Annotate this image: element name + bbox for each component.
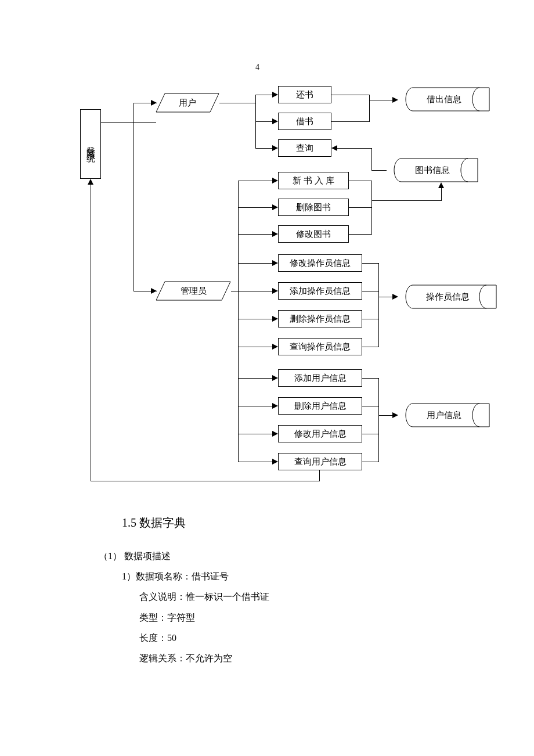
logic: 逻辑关系：不允许为空 xyxy=(139,648,488,668)
delete-op-box: 删除操作员信息 xyxy=(278,310,362,327)
operator-info-store: 操作员信息 xyxy=(398,285,497,309)
modify-op-label: 修改操作员信息 xyxy=(290,258,351,269)
book-info-store: 图书信息 xyxy=(387,158,478,182)
login-system-box: 登陆系统 xyxy=(80,109,101,179)
item1-title: 1）数据项名称：借书证号 xyxy=(122,566,488,586)
lend-info-label: 借出信息 xyxy=(398,87,490,111)
operator-info-label: 操作员信息 xyxy=(398,285,497,309)
return-book-box: 还书 xyxy=(278,86,331,103)
login-system-label: 登陆系统 xyxy=(85,139,96,149)
meaning: 含义说明：惟一标识一个借书证 xyxy=(139,586,488,607)
return-book-label: 还书 xyxy=(296,89,313,100)
query-label: 查询 xyxy=(296,143,313,154)
section-title: 1.5 数据字典 xyxy=(122,510,488,535)
query-op-label: 查询操作员信息 xyxy=(290,341,351,352)
new-book-label: 新 书 入 库 xyxy=(293,175,334,186)
add-op-label: 添加操作员信息 xyxy=(290,286,351,297)
add-user-box: 添加用户信息 xyxy=(278,369,362,387)
delete-user-label: 删除用户信息 xyxy=(294,401,347,412)
query-user-label: 查询用户信息 xyxy=(294,456,347,467)
modify-book-box: 修改图书 xyxy=(278,225,349,243)
book-info-label: 图书信息 xyxy=(387,158,478,182)
borrow-book-label: 借书 xyxy=(296,116,313,127)
user-parallelogram: 用户 xyxy=(156,93,219,113)
user-label: 用户 xyxy=(156,93,219,113)
delete-user-box: 删除用户信息 xyxy=(278,397,362,415)
admin-label: 管理员 xyxy=(156,281,231,301)
user-info-label: 用户信息 xyxy=(398,403,490,427)
delete-op-label: 删除操作员信息 xyxy=(290,314,351,325)
modify-user-box: 修改用户信息 xyxy=(278,425,362,442)
admin-parallelogram: 管理员 xyxy=(156,281,231,301)
length: 长度：50 xyxy=(139,628,488,648)
new-book-box: 新 书 入 库 xyxy=(278,172,349,189)
type: 类型：字符型 xyxy=(139,607,488,628)
lend-info-store: 借出信息 xyxy=(398,87,490,111)
delete-book-label: 删除图书 xyxy=(296,202,331,213)
query-op-box: 查询操作员信息 xyxy=(278,338,362,355)
query-user-box: 查询用户信息 xyxy=(278,453,362,470)
add-op-box: 添加操作员信息 xyxy=(278,282,362,300)
text-section: 1.5 数据字典 （1） 数据项描述 1）数据项名称：借书证号 含义说明：惟一标… xyxy=(0,488,534,692)
modify-user-label: 修改用户信息 xyxy=(294,429,347,440)
query-box: 查询 xyxy=(278,139,331,157)
add-user-label: 添加用户信息 xyxy=(294,373,347,384)
modify-book-label: 修改图书 xyxy=(296,229,331,240)
borrow-book-box: 借书 xyxy=(278,113,331,130)
modify-op-box: 修改操作员信息 xyxy=(278,254,362,272)
user-info-store: 用户信息 xyxy=(398,403,490,427)
subsection-1: （1） 数据项描述 xyxy=(99,546,488,566)
flowchart-diagram: 登陆系统 用户 管理员 还书 借书 查询 新 书 入 库 删除图书 修改图书 修… xyxy=(0,0,534,488)
delete-book-box: 删除图书 xyxy=(278,199,349,216)
